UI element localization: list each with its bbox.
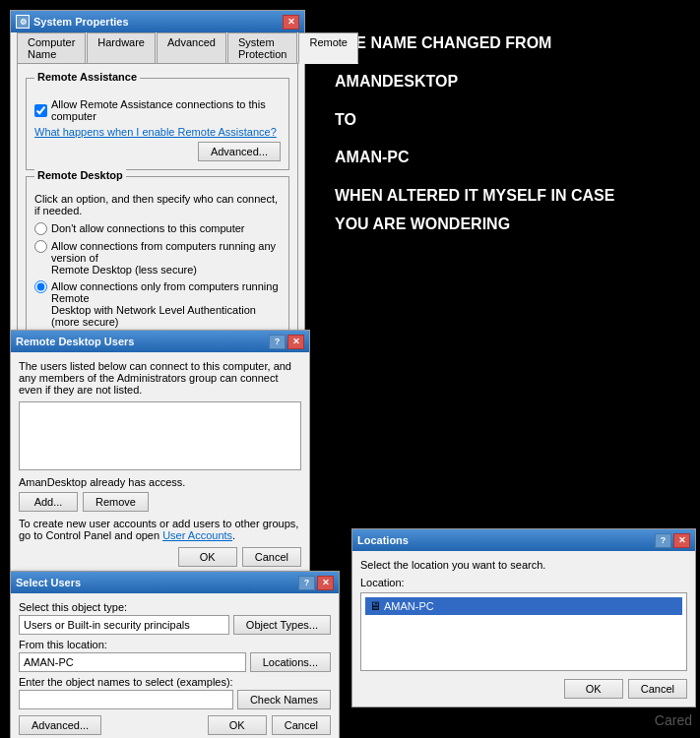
tab-advanced[interactable]: Advanced [157,32,226,63]
su-close-button[interactable]: ✕ [317,576,334,590]
loc-help-button[interactable]: ? [655,533,671,548]
allow-remote-assistance-checkbox[interactable] [34,104,47,117]
remote-assistance-label: Remote Assistance [34,71,140,83]
help-button[interactable]: ? [269,335,286,349]
remote-desktop-label: Remote Desktop [34,169,126,181]
su-titlebar: Select Users ? ✕ [11,572,339,593]
rdu-title: Remote Desktop Users [16,336,134,347]
su-help-button[interactable]: ? [298,576,315,590]
object-types-button[interactable]: Object Types... [233,615,331,635]
tab-remote[interactable]: Remote [298,32,358,64]
tab-system-protection[interactable]: System Protection [227,32,298,63]
su-ok-button[interactable]: OK [208,715,267,735]
radio-nla-only[interactable] [34,280,47,293]
annotation-block: THE NAME CHANGED FROM AMANDESKTOP TO AMA… [335,30,614,239]
check-names-button[interactable]: Check Names [237,690,331,709]
dialog-icon: ⚙ [16,15,30,29]
annotation-line3: TO [335,106,614,135]
annotation-line4: AMAN-PC [335,144,614,172]
radio3-label: Allow connections only from computers ru… [51,280,281,328]
remote-assistance-section: Remote Assistance Allow Remote Assistanc… [26,78,289,170]
locations-dialog: Locations ? ✕ Select the location you wa… [351,528,696,707]
system-properties-titlebar: ⚙ System Properties ✕ [11,11,304,32]
remove-user-button[interactable]: Remove [83,492,149,512]
object-type-label: Select this object type: [19,601,331,613]
su-advanced-button[interactable]: Advanced... [19,715,101,735]
locations-tree[interactable]: 🖥 AMAN-PC [360,592,687,671]
loc-title: Locations [357,534,409,546]
rdu-body-text: The users listed below can connect to th… [19,360,301,396]
object-names-input[interactable] [19,690,233,709]
rdu-footer: To create new user accounts or add users… [19,518,301,541]
remote-desktop-desc: Click an option, and then specify who ca… [34,193,281,216]
location-item[interactable]: 🖥 AMAN-PC [365,597,682,615]
rdu-ok-button[interactable]: OK [178,547,237,567]
su-title: Select Users [16,577,81,588]
loc-search-label: Select the location you want to search. [360,559,687,571]
radio-no-connections[interactable] [34,222,47,235]
rdu-status: AmanDesktop already has access. [19,476,301,488]
add-user-button[interactable]: Add... [19,492,78,512]
annotation-line5: WHEN ALTERED IT MYSELF IN CASE [335,182,614,211]
watermark: Cared [655,712,692,728]
object-type-value: Users or Built-in security principals [24,619,190,631]
user-accounts-link[interactable]: User Accounts [162,529,232,541]
tab-bar: Computer Name Hardware Advanced System P… [17,32,298,64]
rdu-cancel-button[interactable]: Cancel [242,547,301,567]
remote-assistance-help-link[interactable]: What happens when I enable Remote Assist… [34,126,277,138]
loc-close-button[interactable]: ✕ [673,533,690,548]
su-cancel-button[interactable]: Cancel [272,715,331,735]
tab-computer-name[interactable]: Computer Name [17,32,86,63]
location-value: AMAN-PC [24,656,74,668]
advanced-button[interactable]: Advanced... [198,142,281,161]
location-label: From this location: [19,639,331,650]
loc-titlebar: Locations ? ✕ [352,529,695,551]
close-button[interactable]: ✕ [283,15,299,30]
close-button-rdu[interactable]: ✕ [287,335,304,349]
computer-icon: 🖥 [369,599,381,613]
radio2-label: Allow connections from computers running… [51,240,281,276]
rdu-titlebar: Remote Desktop Users ? ✕ [11,331,309,352]
users-list[interactable] [19,401,301,470]
select-users-dialog: Select Users ? ✕ Select this object type… [10,571,340,738]
system-properties-title: System Properties [33,16,129,28]
loc-ok-button[interactable]: OK [564,679,623,699]
loc-location-label: Location: [360,577,687,588]
location-item-label: AMAN-PC [384,600,434,612]
tab-hardware[interactable]: Hardware [87,32,156,63]
remote-desktop-users-dialog: Remote Desktop Users ? ✕ The users liste… [10,330,310,576]
annotation-line6: YOU ARE WONDERING [335,211,614,239]
radio1-label: Don't allow connections to this computer [51,222,245,234]
radio-any-version[interactable] [34,240,47,253]
object-names-label: Enter the object names to select (exampl… [19,676,331,688]
loc-cancel-button[interactable]: Cancel [628,679,687,699]
allow-checkbox-label: Allow Remote Assistance connections to t… [51,98,281,122]
annotation-line1: THE NAME CHANGED FROM [335,30,614,58]
locations-button[interactable]: Locations... [250,652,331,672]
annotation-line2: AMANDESKTOP [335,68,614,96]
